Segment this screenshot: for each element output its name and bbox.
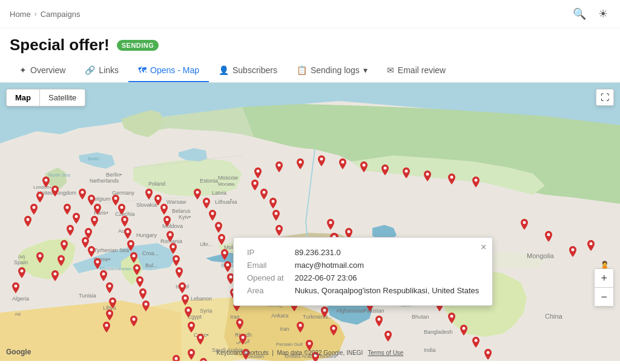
map-icon: 🗺 [138, 65, 147, 75]
zoom-out-button[interactable]: − [594, 287, 614, 307]
terms-link[interactable]: Terms of Use [368, 349, 404, 356]
info-popup-ip-row: IP 89.236.231.0 [243, 246, 483, 259]
svg-text:Romania: Romania [160, 238, 182, 244]
svg-text:India: India [424, 347, 436, 353]
map-attribution: Map data ©2022 Google, INEGI [277, 349, 363, 356]
svg-text:Riyadh: Riyadh [235, 332, 252, 338]
svg-text:Slovakia: Slovakia [136, 202, 157, 208]
info-popup-area-value: Nukus, Qoraqalpog'iston Respublikasi, Un… [291, 284, 483, 297]
svg-text:Libya: Libya [103, 305, 116, 311]
svg-text:Kyiv•: Kyiv• [179, 214, 191, 220]
tab-sending-logs[interactable]: 📋 Sending logs ▾ [287, 59, 377, 82]
info-popup-email-label: Email [243, 259, 291, 271]
info-popup-email-row: Email macy@hotmail.com [243, 259, 483, 271]
svg-text:Croa...: Croa... [142, 250, 159, 256]
google-logo: Google [6, 348, 31, 356]
map-footer: Keyboard shortcuts | Map data ©2022 Goog… [217, 349, 404, 356]
info-popup: × IP 89.236.231.0 Email macy@hotmail.com… [233, 237, 493, 306]
sending-logs-icon: 📋 [297, 65, 307, 75]
svg-text:Moscow: Moscow [218, 175, 239, 181]
breadcrumb-campaigns[interactable]: Campaigns [41, 10, 81, 19]
breadcrumb-sep: › [35, 10, 37, 18]
info-popup-area-row: Area Nukus, Qoraqalpog'iston Respublikas… [243, 284, 483, 297]
svg-text:Estonia: Estonia [200, 178, 218, 184]
tab-email-review[interactable]: ✉ Email review [377, 59, 455, 82]
keyboard-shortcuts[interactable]: Keyboard shortcuts [217, 349, 269, 356]
svg-text:Turkmenis...: Turkmenis... [303, 314, 332, 320]
svg-text:(id): (id) [18, 254, 25, 259]
info-popup-opened-label: Opened at [243, 271, 291, 284]
svg-text:Spain: Spain [14, 259, 28, 265]
svg-text:China: China [545, 313, 563, 320]
map-type-satellite-button[interactable]: Satellite [40, 89, 85, 106]
tab-overview[interactable]: ✦ Overview [10, 59, 75, 82]
svg-text:Persian Gulf: Persian Gulf [276, 342, 303, 347]
svg-text:Algeria: Algeria [12, 296, 29, 302]
breadcrumb-home[interactable]: Home [10, 10, 31, 19]
overview-icon: ✦ [19, 65, 27, 75]
svg-text:Tunisia: Tunisia [79, 293, 96, 299]
info-popup-close-button[interactable]: × [481, 242, 486, 252]
tab-subscribers-label: Subscribers [232, 65, 277, 75]
svg-text:Belgium: Belgium [91, 196, 111, 202]
svg-text:•: • [230, 197, 232, 202]
svg-text:Au...: Au... [118, 228, 130, 234]
svg-text:Syria: Syria [200, 308, 213, 314]
page-header: Special offer! SENDING [0, 28, 620, 59]
svg-text:rid: rid [15, 311, 21, 317]
map-background: United Kingdom London• Netherlands Belgi… [0, 83, 620, 361]
tab-opens-map[interactable]: 🗺 Opens - Map [128, 59, 209, 82]
map-type-control: Map Satellite [6, 89, 85, 106]
svg-text:Bhutan: Bhutan [412, 314, 429, 320]
svg-text:Berlin•: Berlin• [106, 172, 122, 178]
settings-icon: ☀ [598, 8, 608, 20]
svg-text:Tyrhenian Sea: Tyrhenian Sea [94, 247, 129, 253]
svg-text:Israel: Israel [176, 284, 189, 290]
page-title: Special offer! [10, 36, 110, 54]
svg-text:Germany: Germany [112, 190, 135, 196]
svg-text:Iran: Iran [280, 326, 289, 332]
svg-text:London•: London• [33, 184, 51, 190]
svg-text:Egypt: Egypt [188, 314, 202, 320]
chevron-down-icon: ▾ [363, 65, 368, 75]
svg-text:Baltic: Baltic [88, 156, 100, 161]
svg-text:Rome•: Rome• [94, 256, 110, 262]
fullscreen-button[interactable]: ⛶ [596, 89, 614, 106]
fullscreen-icon: ⛶ [601, 93, 609, 102]
svg-text:Czechia: Czechia [115, 211, 135, 217]
map-type-map-button[interactable]: Map [7, 89, 40, 106]
info-popup-opened-row: Opened at 2022-06-07 23:06 [243, 271, 483, 284]
zoom-control: + − [594, 268, 614, 307]
settings-button[interactable]: ☀ [596, 5, 610, 23]
tab-subscribers[interactable]: 👤 Subscribers [209, 59, 287, 82]
subscribers-icon: 👤 [219, 65, 229, 75]
tab-links-label: Links [99, 65, 119, 75]
svg-text:Iraq: Iraq [230, 314, 240, 320]
search-button[interactable]: 🔍 [570, 5, 589, 23]
svg-text:Ukr...: Ukr... [200, 241, 213, 247]
svg-text:Hungary: Hungary [136, 232, 157, 238]
tab-email-review-label: Email review [398, 65, 446, 75]
search-icon: 🔍 [573, 8, 586, 20]
map-container[interactable]: United Kingdom London• Netherlands Belgi… [0, 83, 620, 361]
svg-text:Mediterranean Sea: Mediterranean Sea [100, 266, 142, 271]
info-popup-ip-label: IP [243, 246, 291, 259]
svg-text:Pakistan: Pakistan [363, 308, 384, 314]
svg-text:Warsaw: Warsaw [167, 199, 186, 205]
svg-text:الرياض: الرياض [236, 339, 249, 344]
tab-links[interactable]: 🔗 Links [75, 59, 128, 82]
svg-text:Lithuania: Lithuania [215, 199, 237, 205]
zoom-in-button[interactable]: + [594, 268, 614, 287]
top-bar: Home › Campaigns 🔍 ☀ [0, 0, 620, 28]
svg-text:Belarus: Belarus [172, 208, 191, 214]
svg-text:United Kingdom: United Kingdom [38, 190, 76, 196]
svg-text:Moldova: Moldova [162, 223, 183, 229]
info-popup-email-value: macy@hotmail.com [291, 259, 483, 271]
svg-text:Latvia: Latvia [212, 190, 226, 196]
sending-badge: SENDING [117, 40, 159, 51]
nav-tabs: ✦ Overview 🔗 Links 🗺 Opens - Map 👤 Subsc… [0, 59, 620, 83]
tab-opens-map-label: Opens - Map [150, 65, 199, 75]
svg-text:Lebanon: Lebanon [191, 296, 212, 302]
info-popup-ip-value: 89.236.231.0 [291, 246, 483, 259]
info-popup-opened-value: 2022-06-07 23:06 [291, 271, 483, 284]
